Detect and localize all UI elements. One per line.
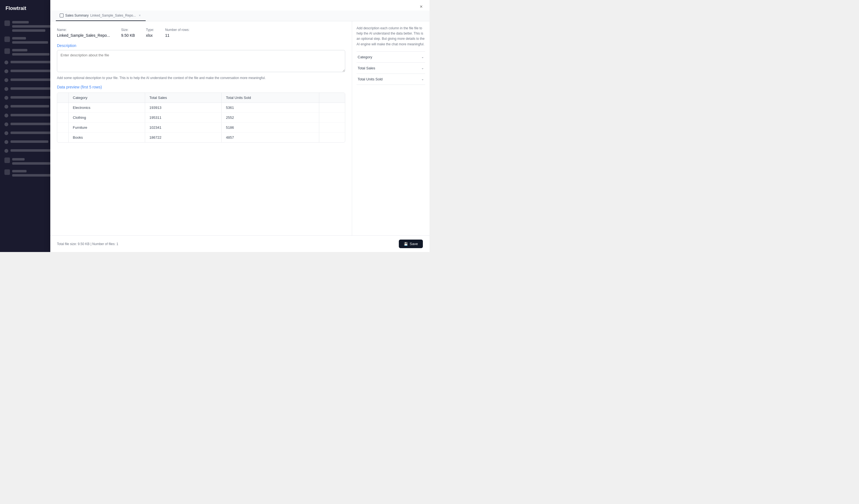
row-total-sales: 186722 [145, 133, 221, 142]
file-name-info: Name: Linked_Sample_Sales_Repo... [57, 28, 110, 38]
file-rows-value: 11 [165, 33, 169, 37]
save-button[interactable]: 💾 Save [399, 240, 423, 248]
category-header: Category [68, 93, 145, 103]
data-preview-section: Data preview (first 5 rows) Category Tot… [57, 85, 345, 142]
description-textarea[interactable] [57, 50, 345, 72]
modal-top-bar: × [50, 0, 430, 11]
tab-close-button[interactable]: × [137, 13, 142, 18]
file-rows-label: Number of rows: [165, 28, 189, 32]
description-section-label: Description [57, 43, 345, 48]
file-size-label: Size: [121, 28, 135, 32]
modal-top-close-button[interactable]: × [417, 3, 425, 11]
column-accordion: Category ⌄ Total Sales ⌄ Total Units Sol… [357, 51, 425, 85]
file-tab-icon [60, 14, 63, 17]
row-total-units: 5186 [221, 123, 319, 133]
description-hint: Add some optional description to your fi… [57, 75, 345, 80]
footer-file-info: Total file size: 9.50 KB | Number of fil… [57, 242, 118, 246]
modal-main-content: Name: Linked_Sample_Sales_Repo... Size: … [50, 21, 352, 235]
sidebar-icon [4, 20, 10, 26]
accordion-category-label: Category [358, 55, 372, 59]
accordion-item-total-sales: Total Sales ⌄ [357, 63, 425, 74]
row-category: Books [68, 133, 145, 142]
accordion-item-total-units: Total Units Sold ⌄ [357, 74, 425, 85]
file-name-label: Name: [57, 28, 110, 32]
row-total-units: 2552 [221, 113, 319, 123]
chevron-down-icon: ⌄ [421, 77, 424, 81]
file-size-info: Size: 9.50 KB [121, 28, 135, 38]
row-number [57, 103, 68, 113]
row-extra [319, 113, 345, 123]
row-total-units: 4857 [221, 133, 319, 142]
accordion-category-header[interactable]: Category ⌄ [357, 52, 425, 62]
table-row: Clothing 195311 2552 [57, 113, 345, 123]
row-number [57, 133, 68, 142]
row-total-sales: 102341 [145, 123, 221, 133]
accordion-total-sales-header[interactable]: Total Sales ⌄ [357, 63, 425, 74]
row-extra [319, 103, 345, 113]
row-total-sales: 193913 [145, 103, 221, 113]
row-num-header [57, 93, 68, 103]
row-number [57, 113, 68, 123]
preview-table: Category Total Sales Total Units Sold El… [57, 93, 345, 142]
sales-summary-tab[interactable]: Sales Summary Linked_Sample_Sales_Repo..… [56, 11, 146, 21]
row-total-sales: 195311 [145, 113, 221, 123]
table-row: Electronics 193913 5361 [57, 103, 345, 113]
accordion-total-units-label: Total Units Sold [358, 77, 382, 81]
tab-subtitle: Linked_Sample_Sales_Repo... [90, 14, 136, 17]
preview-title: Data preview (first 5 rows) [57, 85, 345, 89]
preview-table-wrapper: Category Total Sales Total Units Sold El… [57, 93, 345, 142]
sidebar-icon [4, 169, 10, 175]
accordion-item-category: Category ⌄ [357, 52, 425, 63]
total-units-header: Total Units Sold [221, 93, 319, 103]
description-section: Description Add some optional descriptio… [57, 43, 345, 80]
total-sales-header: Total Sales [145, 93, 221, 103]
save-icon: 💾 [404, 242, 408, 246]
file-type-label: Type: [146, 28, 154, 32]
file-name-value: Linked_Sample_Sales_Repo... [57, 33, 110, 37]
accordion-total-units-header[interactable]: Total Units Sold ⌄ [357, 74, 425, 85]
table-header-row: Category Total Sales Total Units Sold [57, 93, 345, 103]
row-category: Electronics [68, 103, 145, 113]
modal-body: Name: Linked_Sample_Sales_Repo... Size: … [50, 21, 430, 235]
sidebar-icon [4, 157, 10, 163]
save-label: Save [410, 242, 418, 246]
file-rows-info: Number of rows: 11 [165, 28, 189, 38]
file-type-value: xlsx [146, 33, 153, 37]
tab-bar: Sales Summary Linked_Sample_Sales_Repo..… [50, 11, 430, 21]
accordion-total-sales-label: Total Sales [358, 66, 375, 70]
file-size-value: 9.50 KB [121, 33, 135, 37]
row-total-units: 5361 [221, 103, 319, 113]
file-info-section: Name: Linked_Sample_Sales_Repo... Size: … [57, 28, 345, 38]
extra-col-header [319, 93, 345, 103]
row-extra [319, 133, 345, 142]
table-row: Furniture 102341 5186 [57, 123, 345, 133]
modal-sidebar-panel: Add description each column in the file … [352, 21, 430, 235]
modal-footer: Total file size: 9.50 KB | Number of fil… [50, 235, 430, 252]
file-detail-modal: × Sales Summary Linked_Sample_Sales_Repo… [50, 0, 430, 252]
file-type-info: Type: xlsx [146, 28, 154, 38]
table-row: Books 186722 4857 [57, 133, 345, 142]
sidebar-hint-text: Add description each column in the file … [357, 26, 425, 47]
row-extra [319, 123, 345, 133]
row-number [57, 123, 68, 133]
chevron-down-icon: ⌄ [421, 66, 424, 70]
row-category: Clothing [68, 113, 145, 123]
sidebar-icon [4, 36, 10, 42]
sidebar-icon [4, 48, 10, 54]
row-category: Furniture [68, 123, 145, 133]
tab-title: Sales Summary [65, 14, 89, 17]
chevron-down-icon: ⌄ [421, 55, 424, 59]
